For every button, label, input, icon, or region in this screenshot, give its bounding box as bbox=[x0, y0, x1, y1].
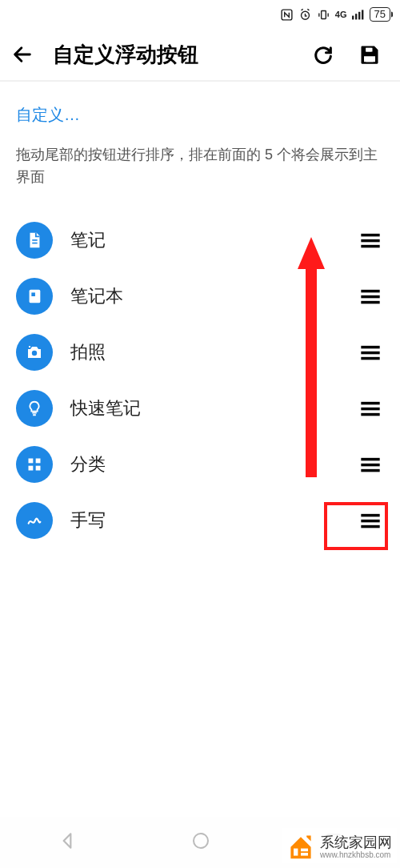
nfc-icon bbox=[280, 8, 294, 22]
list-item-label: 笔记 bbox=[70, 228, 339, 252]
svg-rect-27 bbox=[36, 459, 41, 464]
svg-rect-18 bbox=[361, 301, 379, 304]
svg-point-19 bbox=[32, 351, 37, 356]
svg-rect-26 bbox=[29, 459, 34, 464]
svg-rect-9 bbox=[32, 239, 37, 241]
list-item-label: 分类 bbox=[70, 452, 339, 476]
house-logo-icon bbox=[286, 831, 315, 860]
watermark: 系统家园网 www.hnzkhbsb.com bbox=[282, 828, 397, 863]
back-button[interactable] bbox=[6, 38, 38, 70]
lightbulb-icon bbox=[16, 390, 53, 427]
camera-icon bbox=[16, 334, 53, 371]
alarm-icon bbox=[298, 8, 312, 22]
list-item-note[interactable]: 笔记 bbox=[16, 212, 384, 268]
svg-rect-20 bbox=[361, 346, 379, 349]
save-button[interactable] bbox=[354, 38, 386, 70]
customize-link[interactable]: 自定义… bbox=[16, 104, 384, 126]
svg-rect-34 bbox=[361, 520, 379, 523]
svg-rect-40 bbox=[301, 849, 308, 852]
svg-rect-28 bbox=[29, 466, 34, 471]
list-item-camera[interactable]: 拍照 bbox=[16, 324, 384, 380]
handwrite-icon bbox=[16, 502, 53, 539]
svg-rect-22 bbox=[361, 357, 379, 360]
svg-rect-4 bbox=[355, 14, 357, 19]
svg-rect-25 bbox=[361, 413, 379, 416]
list-item-notebook[interactable]: 笔记本 bbox=[16, 268, 384, 324]
svg-rect-5 bbox=[358, 12, 360, 20]
description-text: 拖动尾部的按钮进行排序，排在前面的 5 个将会展示到主界面 bbox=[16, 143, 384, 188]
svg-rect-17 bbox=[361, 295, 379, 299]
list-item-label: 手写 bbox=[70, 508, 339, 532]
drag-handle-icon[interactable] bbox=[357, 451, 384, 478]
svg-rect-16 bbox=[361, 290, 379, 293]
list-item-label: 拍照 bbox=[70, 340, 339, 364]
svg-rect-33 bbox=[361, 514, 379, 517]
svg-rect-32 bbox=[361, 469, 379, 472]
list-item-label: 笔记本 bbox=[70, 284, 339, 308]
list-item-category[interactable]: 分类 bbox=[16, 436, 384, 492]
watermark-url: www.hnzkhbsb.com bbox=[320, 850, 392, 859]
note-icon bbox=[16, 222, 53, 259]
svg-rect-30 bbox=[361, 458, 379, 461]
svg-point-37 bbox=[194, 834, 208, 848]
button-list: 笔记 笔记本 拍照 快 bbox=[16, 212, 384, 549]
svg-rect-7 bbox=[366, 58, 373, 62]
refresh-button[interactable] bbox=[307, 38, 339, 70]
svg-rect-3 bbox=[352, 16, 354, 20]
list-item-label: 快速笔记 bbox=[70, 396, 339, 420]
list-item-quicknote[interactable]: 快速笔记 bbox=[16, 380, 384, 436]
svg-rect-11 bbox=[361, 234, 379, 237]
watermark-title: 系统家园网 bbox=[320, 834, 392, 850]
signal-bars-icon bbox=[352, 9, 365, 20]
svg-rect-21 bbox=[361, 352, 379, 355]
drag-handle-icon[interactable] bbox=[357, 227, 384, 254]
svg-rect-2 bbox=[322, 10, 326, 18]
svg-rect-15 bbox=[31, 292, 35, 296]
svg-rect-39 bbox=[294, 849, 298, 856]
drag-handle-icon[interactable] bbox=[357, 395, 384, 422]
status-bar: 4G 75 bbox=[0, 0, 400, 29]
svg-rect-29 bbox=[36, 466, 41, 471]
nav-home-icon[interactable] bbox=[191, 831, 210, 854]
battery-indicator: 75 bbox=[370, 7, 390, 22]
notebook-icon bbox=[16, 278, 53, 315]
svg-rect-12 bbox=[361, 239, 379, 243]
svg-rect-6 bbox=[362, 10, 363, 19]
svg-rect-31 bbox=[361, 464, 379, 467]
content-area: 自定义… 拖动尾部的按钮进行排序，排在前面的 5 个将会展示到主界面 笔记 笔记… bbox=[0, 82, 400, 549]
drag-handle-icon[interactable] bbox=[357, 507, 384, 534]
svg-rect-35 bbox=[361, 525, 379, 528]
page-title: 自定义浮动按钮 bbox=[53, 41, 198, 69]
svg-rect-10 bbox=[32, 243, 37, 244]
svg-rect-41 bbox=[301, 853, 308, 856]
svg-rect-23 bbox=[361, 402, 379, 405]
drag-handle-icon[interactable] bbox=[357, 339, 384, 366]
drag-handle-icon[interactable] bbox=[357, 283, 384, 310]
grid-icon bbox=[16, 446, 53, 483]
signal-4g-icon: 4G bbox=[335, 10, 347, 19]
svg-rect-8 bbox=[366, 48, 371, 52]
svg-rect-13 bbox=[361, 245, 379, 248]
list-item-handwrite[interactable]: 手写 bbox=[16, 492, 384, 549]
svg-rect-24 bbox=[361, 408, 379, 410]
nav-back-icon[interactable] bbox=[57, 830, 78, 854]
vibrate-icon bbox=[317, 8, 330, 22]
app-bar: 自定义浮动按钮 bbox=[0, 29, 400, 80]
